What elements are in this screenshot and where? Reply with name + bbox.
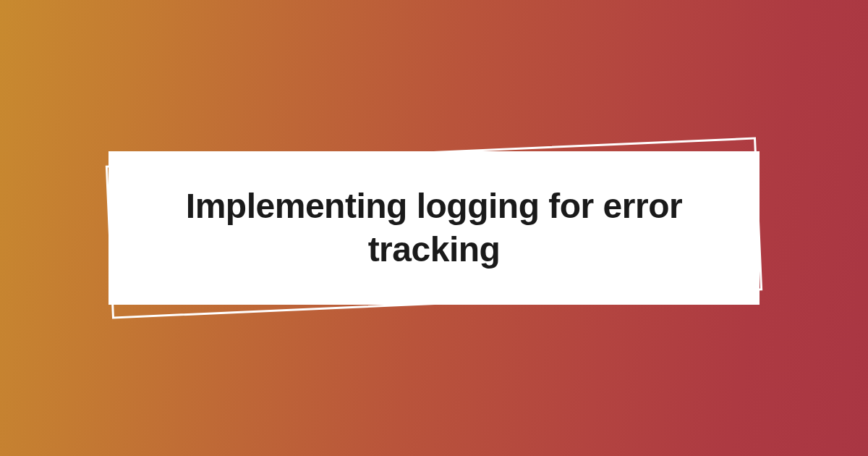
title-card-wrapper: Implementing logging for error tracking xyxy=(109,151,760,305)
page-title: Implementing logging for error tracking xyxy=(152,185,716,271)
title-card: Implementing logging for error tracking xyxy=(109,151,760,305)
